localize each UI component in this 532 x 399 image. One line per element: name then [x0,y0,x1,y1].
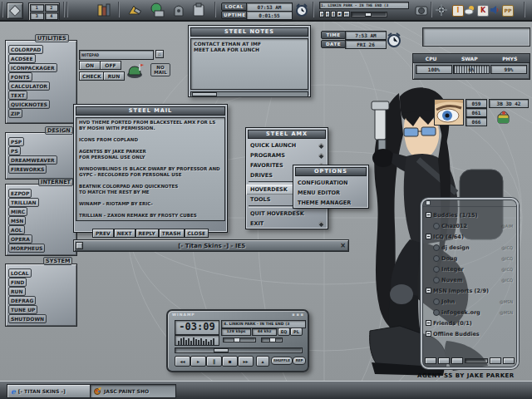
buddy-row[interactable]: infogeek.org@MSN [425,307,515,318]
winamp-window-buttons[interactable]: ▪ ▪ ▪ [292,312,303,317]
reply-button[interactable]: REPLY [135,229,159,238]
stop-button[interactable]: ▪ [337,11,342,17]
prev-button[interactable]: PREV [92,229,114,238]
menu-item-menu-editor[interactable]: MENU EDITOR [293,188,368,198]
seek-slider[interactable] [351,12,387,17]
pause-button[interactable]: ∥ [206,356,222,367]
buddy-row[interactable]: Doug@ICQ [425,253,515,264]
buddy-list-window[interactable]: Buddies (1/15) Chaz012@AIM ICQ (4/64) dj… [421,198,519,369]
scroll-thumb[interactable] [192,92,217,96]
collapse-icon[interactable] [426,331,431,337]
check-button[interactable]: CHECK [79,71,104,81]
menu-item-theme-manager[interactable]: THEME MANAGER [293,198,368,208]
menu-item-programs[interactable]: PROGRAMS [246,150,328,160]
camera-icon[interactable] [414,2,429,17]
off-button[interactable]: OFF [100,61,121,70]
buddy-row[interactable]: Chaz012@AIM [425,220,515,231]
steel-notes-titlebar[interactable]: STEEL NOTES [190,27,308,37]
steel-notes-body[interactable]: CONTACT ETHAN AT IMF MEET LARA FOR LUNCH [190,38,308,90]
sidebar-item-zip[interactable]: ZIP [8,109,22,118]
buddy-group-row[interactable]: Offline Buddies [425,328,515,339]
winamp-titlebar[interactable]: WINAMP ▪ ▪ ▪ [168,311,308,318]
buddy-row[interactable]: Nuvem@ICQ [425,274,515,285]
sidebar-item-morpheus[interactable]: MORPHEUS [8,244,45,253]
seek-bar[interactable] [175,347,303,353]
seek-thumb[interactable] [365,12,372,17]
toolbar-button[interactable] [425,357,436,364]
alarm-clock-icon[interactable] [294,2,309,17]
buddy-group-row[interactable]: Buddies (1/15) [425,209,515,220]
mailcheck-go-button[interactable]: ▫ [155,50,164,58]
office-icon[interactable]: PP [502,5,514,17]
gear-icon[interactable] [436,4,447,16]
paint-bucket-icon[interactable] [495,108,512,125]
close-button[interactable]: CLOSE [185,229,209,238]
play-button[interactable]: ▸ [325,11,330,17]
sidebar-item-fireworks[interactable]: FIREWORKS [8,165,47,174]
toolbar-button[interactable] [490,357,501,364]
prev-button[interactable]: ◂ [319,11,324,17]
tools-icon[interactable] [126,2,141,17]
collapse-icon[interactable] [426,234,431,239]
collapse-icon[interactable] [426,320,431,326]
run-button[interactable]: RUN [103,71,125,81]
menu-item-quick-launch[interactable]: QUICK LAUNCH [246,140,328,150]
task-button-titan-skins[interactable]: e [- TITAN SKINS -] [7,384,93,398]
toolbar-button[interactable] [438,357,450,364]
lock-icon[interactable] [171,2,186,17]
desktop-pager[interactable]: 1 2 3 4 [28,2,60,21]
play-button[interactable]: ▸ [190,356,206,367]
volume-slider[interactable] [223,337,256,342]
pl-button[interactable]: PL [290,328,303,336]
next-button[interactable]: ▸▸ [238,356,254,367]
hvd-logo[interactable] [7,2,23,19]
pager-cell[interactable]: 2 [45,4,59,12]
menu-item-configuration[interactable]: CONFIGURATION [293,178,368,188]
mailcheck-field[interactable] [79,50,154,60]
next-button[interactable]: NEXT [114,229,135,238]
globe-icon[interactable] [150,2,165,17]
next-button[interactable]: ▸▸ [343,11,350,17]
buddy-group-row[interactable]: Friends (0/1) [425,318,515,328]
collapse-icon[interactable] [426,212,431,218]
balance-thumb[interactable] [269,337,276,342]
sidebar-item-shutdown[interactable]: SHUTDOWN [8,314,47,323]
steel-mail-titlebar[interactable]: STEEL MAIL [76,106,225,116]
buddy-group-row[interactable]: ICQ (4/64) [425,231,515,242]
buddy-row[interactable]: dj design@ICQ [425,242,515,253]
shuffle-button[interactable]: SHUFFLE [271,357,293,365]
volume-icon[interactable] [490,5,500,15]
winzip-icon[interactable]: I [452,5,464,17]
toolbar-slider[interactable] [465,358,488,363]
weather-icon[interactable] [465,5,475,15]
clipboard-icon[interactable] [191,2,206,17]
volume-thumb[interactable] [234,337,240,342]
buddy-list-titlebar[interactable] [422,200,517,207]
eject-button[interactable]: ▴ [256,356,269,367]
stop-button[interactable]: ▪ [222,356,238,367]
toolbar-button[interactable] [451,357,463,364]
task-button-paint-shop[interactable]: JASC PAINT SHO [90,384,176,398]
steel-mail-body[interactable]: HVD THEME PORTED FROM BLACKSTEEL AMX FOR… [76,117,225,221]
menu-item-quit-hoverdesk[interactable]: QUIT HOVERDESK [246,209,328,219]
kazaa-icon[interactable]: K [477,5,489,17]
pager-cell[interactable]: 4 [45,12,59,20]
notes-hscrollbar[interactable] [190,91,308,97]
pause-button[interactable]: ∥ [331,11,336,17]
trash-button[interactable]: TRASH [159,229,185,238]
window-icon[interactable] [76,242,83,249]
repeat-button[interactable]: REP [293,357,306,365]
winamp-player[interactable]: WINAMP ▪ ▪ ▪ -03:09 4. LINKIN PARK - IN … [166,309,309,372]
pager-cell[interactable]: 3 [30,12,44,20]
on-button[interactable]: ON [79,61,101,70]
titan-skins-task-strip[interactable]: [- Titan Skins -] - IE5 × [73,239,349,252]
close-icon[interactable]: × [340,242,346,249]
eq-button[interactable]: EQ [278,328,290,336]
buddy-row[interactable]: Integer@ICQ [425,264,515,274]
prev-button[interactable]: ◂◂ [175,356,190,367]
toolbar-button[interactable] [503,357,515,364]
collapse-icon[interactable] [426,288,431,293]
balance-slider[interactable] [261,337,283,342]
menu-item-exit[interactable]: EXIT [246,219,328,229]
winamp-time-display[interactable]: -03:09 [175,320,219,335]
